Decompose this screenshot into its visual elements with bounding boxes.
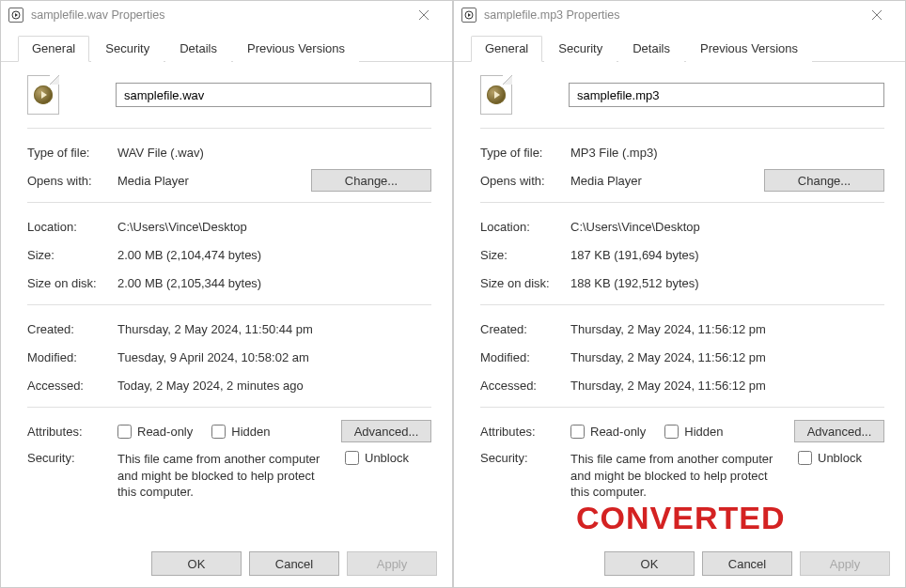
value-size: 2.00 MB (2,104,474 bytes) — [117, 248, 431, 262]
change-button[interactable]: Change... — [764, 169, 884, 192]
value-created: Thursday, 2 May 2024, 11:56:12 pm — [570, 322, 884, 336]
filename-input[interactable] — [116, 83, 431, 107]
separator — [480, 407, 884, 408]
label-opens-with: Opens with: — [27, 174, 117, 188]
tab-security[interactable]: Security — [544, 36, 617, 62]
close-button[interactable] — [856, 2, 898, 28]
label-location: Location: — [480, 220, 570, 234]
readonly-label: Read-only — [590, 425, 646, 439]
titlebar: samplefile.mp3 Properties — [454, 1, 905, 29]
label-security: Security: — [480, 451, 570, 465]
value-location: C:\Users\Vince\Desktop — [570, 220, 884, 234]
readonly-checkbox[interactable]: Read-only — [570, 425, 646, 439]
tab-previous-versions[interactable]: Previous Versions — [686, 36, 812, 62]
label-security: Security: — [27, 451, 117, 465]
label-size-on-disk: Size on disk: — [27, 276, 117, 290]
apply-button[interactable]: Apply — [347, 551, 437, 576]
value-location: C:\Users\Vince\Desktop — [117, 220, 431, 234]
unblock-checkbox[interactable]: Unblock — [345, 451, 409, 465]
svg-marker-3 — [468, 13, 471, 17]
tab-row: General Security Details Previous Versio… — [1, 29, 452, 62]
hidden-label: Hidden — [231, 425, 270, 439]
close-button[interactable] — [403, 2, 445, 28]
dialog-footer: OK Cancel Apply — [1, 544, 452, 587]
value-modified: Thursday, 2 May 2024, 11:56:12 pm — [570, 350, 884, 364]
tab-details[interactable]: Details — [618, 36, 684, 62]
separator — [27, 407, 431, 408]
file-type-icon — [27, 75, 59, 115]
ok-button[interactable]: OK — [604, 551, 695, 576]
value-size-on-disk: 2.00 MB (2,105,344 bytes) — [117, 276, 431, 290]
unblock-checkbox-input[interactable] — [345, 451, 359, 465]
hidden-checkbox-input[interactable] — [211, 425, 226, 439]
readonly-checkbox-input[interactable] — [570, 425, 585, 439]
window-title: samplefile.mp3 Properties — [484, 8, 856, 22]
value-created: Thursday, 2 May 2024, 11:50:44 pm — [117, 322, 431, 336]
hidden-checkbox[interactable]: Hidden — [211, 425, 270, 439]
advanced-button[interactable]: Advanced... — [341, 420, 431, 442]
value-size: 187 KB (191,694 bytes) — [570, 248, 884, 262]
tab-security[interactable]: Security — [91, 36, 164, 62]
tab-general[interactable]: General — [471, 36, 542, 62]
label-type-of-file: Type of file: — [27, 146, 117, 160]
app-icon — [8, 8, 23, 23]
unblock-checkbox[interactable]: Unblock — [798, 451, 862, 465]
label-accessed: Accessed: — [27, 379, 117, 393]
dialog-footer: OK Cancel Apply — [454, 544, 905, 587]
value-security: This file came from another computer and… — [117, 451, 334, 501]
filename-input[interactable] — [569, 83, 884, 107]
cancel-button[interactable]: Cancel — [249, 551, 339, 576]
label-created: Created: — [480, 322, 570, 336]
unblock-checkbox-input[interactable] — [798, 451, 812, 465]
value-size-on-disk: 188 KB (192,512 bytes) — [570, 276, 884, 290]
label-attributes: Attributes: — [27, 425, 117, 439]
label-accessed: Accessed: — [480, 379, 570, 393]
separator — [480, 202, 884, 203]
label-size: Size: — [27, 248, 117, 262]
label-type-of-file: Type of file: — [480, 146, 570, 160]
unblock-label: Unblock — [365, 451, 409, 465]
value-opens-with: Media Player — [117, 174, 189, 188]
readonly-checkbox[interactable]: Read-only — [117, 425, 193, 439]
apply-button[interactable]: Apply — [800, 551, 890, 576]
label-location: Location: — [27, 220, 117, 234]
ok-button[interactable]: OK — [151, 551, 242, 576]
tab-previous-versions[interactable]: Previous Versions — [233, 36, 359, 62]
label-size-on-disk: Size on disk: — [480, 276, 570, 290]
label-modified: Modified: — [480, 350, 570, 364]
tab-content: Type of file: WAV File (.wav) Opens with… — [1, 62, 452, 544]
value-type-of-file: MP3 File (.mp3) — [570, 146, 884, 160]
svg-marker-1 — [15, 13, 18, 17]
file-type-icon — [480, 75, 512, 115]
value-modified: Tuesday, 9 April 2024, 10:58:02 am — [117, 350, 431, 364]
change-button[interactable]: Change... — [311, 169, 431, 192]
label-opens-with: Opens with: — [480, 174, 570, 188]
properties-dialog-right: samplefile.mp3 Properties General Securi… — [453, 0, 906, 588]
window-title: samplefile.wav Properties — [31, 8, 403, 22]
value-opens-with: Media Player — [570, 174, 642, 188]
label-created: Created: — [27, 322, 117, 336]
properties-dialog-left: samplefile.wav Properties General Securi… — [0, 0, 453, 588]
hidden-checkbox-input[interactable] — [664, 425, 679, 439]
tab-general[interactable]: General — [18, 36, 89, 62]
value-accessed: Thursday, 2 May 2024, 11:56:12 pm — [570, 379, 884, 393]
readonly-label: Read-only — [137, 425, 193, 439]
readonly-checkbox-input[interactable] — [117, 425, 132, 439]
separator — [27, 202, 431, 203]
separator — [27, 128, 431, 129]
cancel-button[interactable]: Cancel — [702, 551, 792, 576]
hidden-label: Hidden — [684, 425, 723, 439]
separator — [480, 304, 884, 305]
titlebar: samplefile.wav Properties — [1, 1, 452, 29]
hidden-checkbox[interactable]: Hidden — [664, 425, 723, 439]
advanced-button[interactable]: Advanced... — [794, 420, 884, 442]
tab-details[interactable]: Details — [165, 36, 231, 62]
unblock-label: Unblock — [818, 451, 862, 465]
converted-overlay-text: CONVERTED — [576, 500, 785, 536]
tab-row: General Security Details Previous Versio… — [454, 29, 905, 62]
label-size: Size: — [480, 248, 570, 262]
separator — [480, 128, 884, 129]
app-icon — [461, 8, 476, 23]
value-security: This file came from another computer and… — [570, 451, 787, 501]
tab-content: Type of file: MP3 File (.mp3) Opens with… — [454, 62, 905, 544]
